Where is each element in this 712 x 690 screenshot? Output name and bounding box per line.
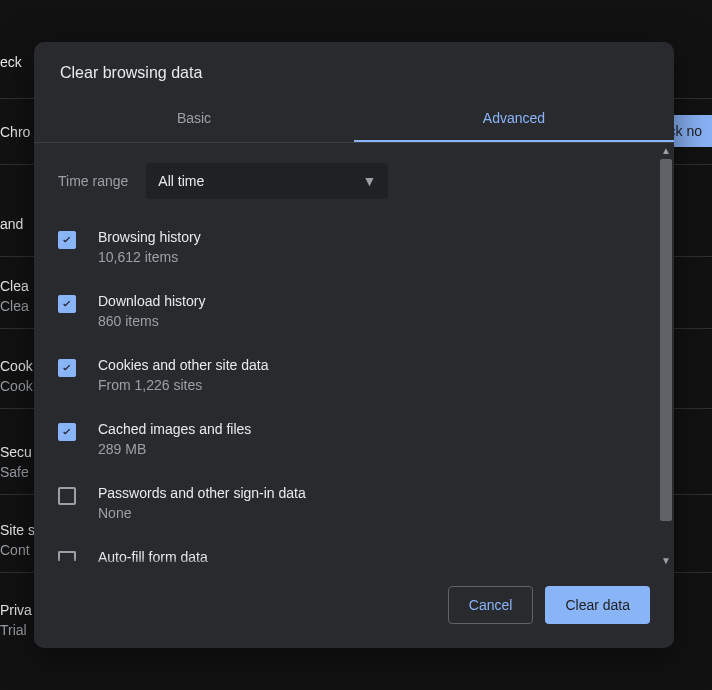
dialog-scroll-area: Time range All time ▼ Browsing history 1… [34,143,674,568]
bg-text: Clea [0,298,29,314]
option-label: Passwords and other sign-in data [98,485,306,501]
bg-text: Chro [0,124,30,140]
tab-advanced[interactable]: Advanced [354,96,674,142]
bg-text: Cook [0,358,33,374]
bg-text: eck [0,54,22,70]
option-cookies[interactable]: Cookies and other site data From 1,226 s… [58,347,640,411]
option-detail: None [98,505,306,521]
checkbox-cached-images[interactable] [58,423,76,441]
option-label: Browsing history [98,229,201,245]
clear-browsing-data-dialog: Clear browsing data Basic Advanced Time … [34,42,674,648]
option-label: Cookies and other site data [98,357,268,373]
bg-text: and [0,216,23,232]
cancel-button[interactable]: Cancel [448,586,534,624]
option-browsing-history[interactable]: Browsing history 10,612 items [58,219,640,283]
bg-text: Cook [0,378,33,394]
time-range-label: Time range [58,173,128,189]
checkbox-browsing-history[interactable] [58,231,76,249]
scroll-up-icon[interactable]: ▲ [661,145,671,156]
option-download-history[interactable]: Download history 860 items [58,283,640,347]
option-passwords[interactable]: Passwords and other sign-in data None [58,475,640,539]
option-detail: 860 items [98,313,205,329]
bg-text: Cont [0,542,30,558]
scroll-down-icon[interactable]: ▼ [661,555,671,566]
option-detail: 10,612 items [98,249,201,265]
option-detail: 289 MB [98,441,251,457]
option-cached-images[interactable]: Cached images and files 289 MB [58,411,640,475]
clear-data-button[interactable]: Clear data [545,586,650,624]
time-range-value: All time [158,173,204,189]
dialog-title: Clear browsing data [34,42,674,96]
scrollbar[interactable] [660,159,672,552]
bg-text: Site s [0,522,35,538]
caret-down-icon: ▼ [362,173,376,189]
bg-text: Safe [0,464,29,480]
checkbox-cookies[interactable] [58,359,76,377]
bg-text: Trial [0,622,27,638]
option-label: Cached images and files [98,421,251,437]
option-label: Download history [98,293,205,309]
option-detail: From 1,226 sites [98,377,268,393]
tab-basic[interactable]: Basic [34,96,354,142]
bg-text: Secu [0,444,32,460]
tab-bar: Basic Advanced [34,96,674,143]
scrollbar-thumb[interactable] [660,159,672,521]
bg-text: Priva [0,602,32,618]
time-range-select[interactable]: All time ▼ [146,163,388,199]
checkbox-download-history[interactable] [58,295,76,313]
checkbox-passwords[interactable] [58,487,76,505]
dialog-footer: Cancel Clear data [34,568,674,648]
bg-text: Clea [0,278,29,294]
